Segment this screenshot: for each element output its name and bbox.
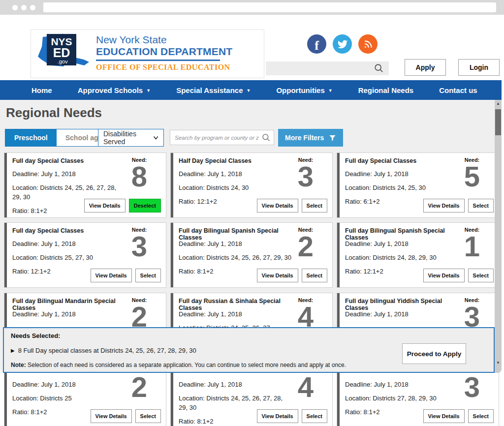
view-details-button[interactable]: View Details (257, 409, 298, 423)
view-details-button[interactable]: View Details (257, 199, 298, 213)
address-bar[interactable] (43, 2, 496, 12)
view-details-button[interactable]: View Details (423, 199, 465, 213)
facebook-f-glyph: f (315, 38, 319, 53)
card-deadline: Deadline: July 1, 2018 (179, 310, 293, 319)
need-card: Half Day Special ClassesNeed:3Deadline: … (170, 152, 333, 218)
tab-preschool[interactable]: Preschool (5, 129, 57, 146)
card-title: Full day bilingual Yiddish Special Class… (345, 298, 457, 311)
search-icon[interactable] (262, 133, 271, 142)
disabilities-served-dropdown[interactable]: Disabilities Served (98, 129, 164, 147)
view-details-button[interactable]: View Details (423, 409, 465, 423)
browser-window: NYS ED .gov New York State EDUCATION DEP… (0, 0, 504, 426)
card-details: Deadline: July 1, 2018 (345, 310, 459, 324)
nav-item-home[interactable]: Home (32, 86, 52, 94)
deselect-button[interactable]: Deselect (129, 199, 161, 213)
window-dot-2[interactable] (21, 5, 27, 10)
card-actions: View DetailsSelect (91, 269, 161, 282)
view-details-button[interactable]: View Details (423, 269, 465, 282)
card-accent-bar (4, 364, 7, 426)
view-details-button[interactable]: View Details (91, 269, 132, 282)
card-deadline: Deadline: July 1, 2018 (345, 310, 459, 319)
card-deadline: Deadline: July 1, 2018 (345, 380, 459, 390)
select-button[interactable]: Select (468, 269, 494, 282)
selected-need-item[interactable]: ▶8 Full Day special classes at Districts… (11, 347, 196, 354)
selection-note-text: Selection of each need is considered as … (28, 362, 346, 368)
caret-down-icon: ▼ (328, 88, 333, 93)
card-title: Half Day Special Classes (179, 157, 291, 164)
card-deadline: Deadline: July 1, 2018 (345, 240, 459, 249)
card-location: Location: Districts 24, 28, 29, 30 (345, 253, 459, 263)
card-deadline: Deadline: July 1, 2018 (179, 380, 293, 390)
nav-item-approved-schools[interactable]: Approved Schools▼ (78, 86, 151, 94)
scroll-down-arrow-icon[interactable]: ▼ (495, 361, 502, 365)
card-details: Deadline: July 1, 2018 (12, 310, 126, 324)
select-button[interactable]: Select (468, 409, 494, 423)
card-actions: View DetailsSelect (257, 409, 327, 423)
proceed-to-apply-button[interactable]: Proceed to Apply (402, 343, 466, 364)
card-title: Full day Bilingual Spanish Special Class… (179, 227, 291, 241)
view-details-button[interactable]: View Details (84, 199, 126, 213)
need-card: Full day Special ClassesNeed:8Deadline: … (4, 152, 166, 218)
nav-item-regional-needs[interactable]: Regional Needs (358, 86, 414, 94)
card-accent-bar (171, 223, 173, 287)
social-links: f (307, 34, 378, 54)
card-actions: View DetailsSelect (257, 199, 327, 213)
selected-need-text: 8 Full Day special classes at Districts … (18, 347, 196, 354)
scrollbar-thumb[interactable] (495, 109, 501, 135)
login-button[interactable]: Login (458, 59, 500, 76)
selection-note-label: Note: (11, 362, 26, 368)
apply-button[interactable]: Apply (405, 59, 446, 76)
nav-item-contact-us[interactable]: Contact us (439, 86, 477, 94)
card-title: Full day Russian & Sinhala Special Class… (179, 298, 291, 311)
browser-chrome (0, 0, 504, 15)
nysed-logo[interactable]: NYS ED .gov New York State EDUCATION DEP… (31, 30, 264, 78)
card-location: Location: Districts 25, 27, 30 (12, 253, 126, 263)
card-details: Deadline: July 1, 2018Location: District… (12, 170, 126, 220)
view-details-button[interactable]: View Details (91, 409, 132, 423)
window-dot-3[interactable] (30, 5, 35, 10)
select-button[interactable]: Select (135, 409, 161, 423)
nav-item-opportunities[interactable]: Opportunities▼ (276, 86, 332, 94)
select-button[interactable]: Select (468, 199, 494, 213)
rss-icon[interactable] (358, 34, 378, 54)
disabilities-served-label: Disabilities Served (103, 130, 153, 146)
brand-text: New York State EDUCATION DEPARTMENT OFFI… (96, 34, 232, 72)
card-title: Full day Special Classes (345, 157, 457, 164)
card-actions: View DetailsSelect (91, 409, 161, 423)
caret-down-icon: ▼ (146, 88, 151, 93)
card-deadline: Deadline: July 1, 2018 (12, 310, 126, 319)
select-button[interactable]: Select (302, 269, 327, 282)
brand-line3: OFFICE OF SPECIAL EDUCATION (96, 63, 232, 72)
vertical-scrollbar[interactable]: ▲ ▼ (495, 100, 502, 373)
facebook-icon[interactable]: f (307, 34, 326, 54)
card-accent-bar (337, 153, 340, 217)
more-filters-button[interactable]: More Filters (278, 129, 343, 147)
card-deadline: Deadline: July 1, 2018 (179, 170, 293, 179)
card-title: Full day Special Classes (12, 157, 125, 164)
brand-line1: New York State (96, 34, 232, 46)
card-location: Location: Districts 24, 25, 30 (345, 183, 459, 193)
header-search-input[interactable] (266, 61, 389, 75)
twitter-icon[interactable] (333, 34, 352, 54)
select-button[interactable]: Select (302, 409, 327, 423)
card-location: Location: Districts 24, 25, 26, 27, 29, … (179, 253, 293, 263)
program-search-input[interactable] (170, 130, 274, 145)
need-card: Full day Bilingual Spanish Special Class… (337, 222, 499, 288)
nav-item-special-assistance[interactable]: Special Assistance▼ (176, 86, 251, 94)
card-deadline: Deadline: July 1, 2018 (12, 170, 126, 179)
more-filters-label: More Filters (285, 134, 324, 142)
selection-note: Note: Selection of each need is consider… (11, 362, 346, 368)
card-actions: View DetailsDeselect (84, 199, 161, 213)
search-icon[interactable] (374, 63, 384, 73)
main-nav: HomeApproved Schools▼Special Assistance▼… (0, 80, 502, 100)
logo-gov-text: .gov (58, 59, 68, 64)
card-location: Location: Districts 24, 30 (179, 183, 293, 193)
select-button[interactable]: Select (302, 199, 327, 213)
card-deadline: Deadline: July 1, 2018 (12, 380, 126, 390)
card-actions: View DetailsSelect (423, 199, 494, 213)
scroll-up-arrow-icon[interactable]: ▲ (495, 101, 502, 106)
filter-funnel-icon (329, 134, 336, 142)
select-button[interactable]: Select (135, 269, 161, 282)
window-dot-1[interactable] (12, 5, 18, 10)
view-details-button[interactable]: View Details (257, 269, 298, 282)
